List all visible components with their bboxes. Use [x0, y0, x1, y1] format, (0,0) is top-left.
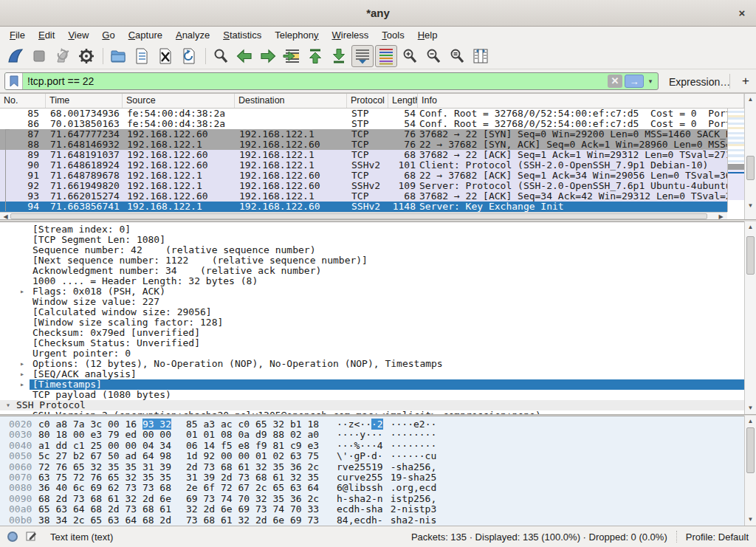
column-header-time[interactable]: Time: [46, 94, 123, 108]
menu-item[interactable]: Wireless: [326, 28, 376, 42]
go-to-packet-icon[interactable]: [281, 45, 303, 67]
hex-row[interactable]: 0020c0 a8 7a 3c 00 16 93 32 85 a3 ac c0 …: [9, 419, 744, 430]
capture-options-icon[interactable]: [75, 45, 97, 67]
packet-row[interactable]: 86 70.013850163 fe:54:00:d4:38:2a STP 54…: [0, 119, 727, 129]
detail-line[interactable]: ▸Options: (12 bytes), No-Operation (NOP)…: [0, 359, 744, 369]
hex-row[interactable]: 00b038 34 2c 65 63 64 68 2d 73 68 61 32 …: [9, 515, 744, 526]
column-header-destination[interactable]: Destination: [235, 94, 347, 108]
start-capture-icon[interactable]: [4, 45, 27, 67]
find-packet-icon[interactable]: [210, 45, 232, 67]
scroll-down-icon[interactable]: ▼: [745, 201, 756, 210]
expand-arrow-icon[interactable]: ▸: [20, 379, 24, 390]
title-bar[interactable]: *any ×: [0, 0, 756, 27]
expand-arrow-icon[interactable]: ▸: [20, 286, 24, 297]
detail-line[interactable]: [Calculated window size: 29056]: [0, 307, 744, 317]
go-to-top-icon[interactable]: [304, 45, 326, 67]
packet-row[interactable]: 93 71.662015274 192.168.122.60 192.168.1…: [0, 191, 727, 202]
packet-row[interactable]: 94 71.663856741 192.168.122.1 192.168.12…: [0, 202, 727, 212]
packet-row[interactable]: 90 71.648618924 192.168.122.60 192.168.1…: [0, 160, 727, 171]
filter-dropdown-icon[interactable]: ▾: [645, 75, 656, 88]
scrollbar-thumb[interactable]: [10, 213, 707, 219]
restart-capture-icon[interactable]: [52, 45, 74, 67]
clear-filter-icon[interactable]: ✕: [608, 75, 622, 88]
scrollbar-thumb[interactable]: [746, 156, 755, 180]
hex-row[interactable]: 00505c 27 b2 67 50 ad 64 98 1d 92 00 00 …: [9, 451, 744, 461]
reload-file-icon[interactable]: [178, 45, 200, 67]
detail-line[interactable]: [Window size scaling factor: 128]: [0, 317, 744, 328]
save-file-icon[interactable]: [131, 45, 153, 67]
detail-line[interactable]: TCP payload (1080 bytes): [0, 390, 744, 400]
packet-row[interactable]: 88 71.648146932 192.168.122.1 192.168.12…: [0, 140, 727, 150]
intelligent-scrollbar-minimap[interactable]: [727, 109, 744, 212]
detail-line[interactable]: [Stream index: 0]: [0, 224, 744, 235]
scrollbar-thumb[interactable]: [746, 236, 755, 275]
column-header-protocol[interactable]: Protocol: [347, 94, 388, 108]
detail-line[interactable]: Urgent pointer: 0: [0, 348, 744, 359]
column-header-info[interactable]: Info: [418, 94, 744, 108]
column-header-length[interactable]: Length: [388, 94, 418, 108]
scroll-down-icon[interactable]: ▼: [745, 515, 756, 524]
go-back-icon[interactable]: [233, 45, 255, 67]
detail-line[interactable]: [Checksum Status: Unverified]: [0, 338, 744, 348]
open-file-icon[interactable]: [107, 45, 129, 67]
menu-item[interactable]: Statistics: [216, 28, 268, 42]
packet-row[interactable]: 87 71.647777234 192.168.122.60 192.168.1…: [0, 129, 727, 140]
close-icon[interactable]: ×: [735, 7, 749, 20]
zoom-original-icon[interactable]: [446, 45, 468, 67]
detail-line[interactable]: ▾SSH Protocol: [0, 400, 744, 410]
profile-button[interactable]: Profile: Default: [686, 531, 749, 543]
hex-row[interactable]: 006072 76 65 32 35 35 31 39 2d 73 68 61 …: [9, 462, 744, 472]
expand-arrow-icon[interactable]: ▾: [6, 400, 10, 410]
colorize-icon[interactable]: [375, 45, 397, 67]
detail-line[interactable]: Acknowledgment number: 34 (relative ack …: [0, 266, 744, 276]
add-filter-button[interactable]: +: [738, 73, 753, 89]
scroll-up-icon[interactable]: ▲: [745, 416, 756, 426]
detail-line[interactable]: 1000 .... = Header Length: 32 bytes (8): [0, 276, 744, 286]
scroll-down-icon[interactable]: ▼: [745, 403, 756, 413]
detail-line[interactable]: ▸[SEQ/ACK analysis]: [0, 369, 744, 379]
auto-scroll-icon[interactable]: [351, 45, 374, 67]
go-forward-icon[interactable]: [257, 45, 279, 67]
detail-line[interactable]: Sequence number: 42 (relative sequence n…: [0, 245, 744, 255]
go-to-bottom-icon[interactable]: [328, 45, 350, 67]
expand-arrow-icon[interactable]: ▸: [20, 359, 24, 369]
scrollbar-thumb[interactable]: [746, 427, 755, 473]
packet-row[interactable]: 92 71.661949820 192.168.122.1 192.168.12…: [0, 181, 727, 191]
column-header-source[interactable]: Source: [123, 94, 235, 108]
resize-columns-icon[interactable]: [470, 45, 492, 67]
display-filter-input[interactable]: !tcp.port == 22 ✕ → ▾: [4, 72, 659, 90]
details-vscrollbar[interactable]: ▲ ▼: [744, 221, 756, 414]
zoom-in-icon[interactable]: [399, 45, 421, 67]
detail-line[interactable]: [Next sequence number: 1122 (relative se…: [0, 255, 744, 266]
menu-item[interactable]: Help: [411, 28, 444, 42]
menu-item[interactable]: Go: [95, 28, 121, 42]
menu-item[interactable]: Capture: [122, 28, 169, 42]
menu-item[interactable]: Analyze: [169, 28, 216, 42]
packet-row[interactable]: 85 68.001734936 fe:54:00:d4:38:2a STP 54…: [0, 109, 727, 119]
detail-line[interactable]: ▸[Timestamps]: [0, 379, 744, 390]
packet-row[interactable]: 89 71.648191037 192.168.122.60 192.168.1…: [0, 150, 727, 160]
menu-item[interactable]: Telephony: [268, 28, 325, 42]
hex-row[interactable]: 0040a1 dd c1 25 00 00 04 34 06 14 f5 e8 …: [9, 441, 744, 451]
detail-line[interactable]: ▸Flags: 0x018 (PSH, ACK): [0, 286, 744, 297]
menu-item[interactable]: View: [61, 28, 95, 42]
close-file-icon[interactable]: [154, 45, 176, 67]
hex-row[interactable]: 008036 40 6c 69 62 73 73 68 2e 6f 72 67 …: [9, 483, 744, 493]
packet-list-vscrollbar[interactable]: ▲ ▼: [744, 94, 756, 220]
menu-item[interactable]: Edit: [32, 28, 61, 42]
packet-row[interactable]: 91 71.648789678 192.168.122.1 192.168.12…: [0, 171, 727, 181]
expression-button[interactable]: Expression…: [669, 76, 730, 88]
hex-row[interactable]: 007063 75 72 76 65 32 35 35 31 39 2d 73 …: [9, 472, 744, 483]
detail-line[interactable]: Checksum: 0x79ed [unverified]: [0, 328, 744, 338]
hex-row[interactable]: 009068 2d 73 68 61 32 2d 6e 69 73 74 70 …: [9, 494, 744, 504]
filter-text[interactable]: !tcp.port == 22: [23, 75, 608, 87]
menu-item[interactable]: Tools: [375, 28, 410, 42]
detail-line[interactable]: [TCP Segment Len: 1080]: [0, 235, 744, 245]
stop-capture-icon[interactable]: [28, 45, 50, 67]
expert-info-icon[interactable]: [7, 531, 18, 542]
column-header-no[interactable]: No.: [0, 94, 46, 108]
apply-filter-icon[interactable]: →: [625, 75, 644, 88]
menu-item[interactable]: File: [3, 28, 32, 42]
zoom-out-icon[interactable]: [422, 45, 444, 67]
bookmark-icon[interactable]: [5, 73, 23, 89]
